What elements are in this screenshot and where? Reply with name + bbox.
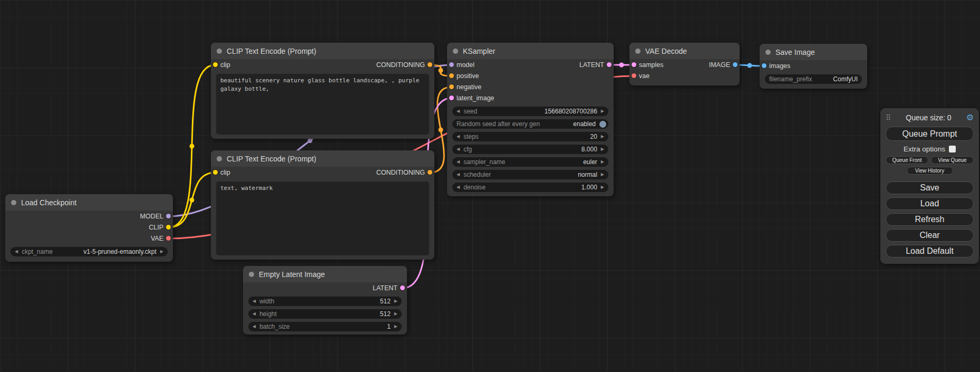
- node-title-label: CLIP Text Encode (Prompt): [227, 47, 316, 55]
- collapse-dot-icon[interactable]: [217, 156, 222, 161]
- collapse-dot-icon[interactable]: [11, 200, 16, 205]
- queue-front-button[interactable]: Queue Front: [886, 156, 928, 164]
- decrement-arrow-icon[interactable]: ◀: [457, 173, 460, 177]
- port-positive-input[interactable]: [449, 73, 454, 78]
- increment-arrow-icon[interactable]: ▶: [394, 312, 397, 316]
- output-label: LATENT: [579, 61, 604, 69]
- node-clip-text-encode-positive[interactable]: CLIP Text Encode (Prompt) clip CONDITION…: [211, 43, 434, 139]
- port-clip-output[interactable]: [166, 225, 171, 230]
- widget-value: 20: [590, 133, 597, 140]
- view-history-button[interactable]: View History: [907, 167, 953, 175]
- seed-widget[interactable]: ◀ seed 156680208700286 ▶: [452, 107, 608, 116]
- increment-arrow-icon[interactable]: ▶: [601, 185, 604, 189]
- port-model-input[interactable]: [449, 62, 454, 67]
- queue-prompt-button[interactable]: Queue Prompt: [886, 127, 974, 141]
- increment-arrow-icon[interactable]: ▶: [394, 325, 397, 329]
- toggle-knob[interactable]: [599, 121, 606, 128]
- port-conditioning-output[interactable]: [428, 170, 432, 175]
- decrement-arrow-icon[interactable]: ◀: [457, 147, 460, 151]
- increment-arrow-icon[interactable]: ▶: [601, 135, 604, 139]
- node-clip-text-encode-negative[interactable]: CLIP Text Encode (Prompt) clip CONDITION…: [211, 150, 434, 260]
- port-clip-input[interactable]: [213, 170, 218, 175]
- port-vae-input[interactable]: [632, 73, 636, 78]
- save-button[interactable]: Save: [886, 182, 974, 194]
- widget-value: 156680208700286: [545, 108, 597, 115]
- width-widget[interactable]: ◀ width 512 ▶: [248, 297, 402, 306]
- decrement-arrow-icon[interactable]: ◀: [253, 299, 256, 303]
- filename-prefix-widget[interactable]: filename_prefix ComfyUI: [765, 74, 862, 84]
- decrement-arrow-icon[interactable]: ◀: [253, 325, 256, 329]
- load-default-button[interactable]: Load Default: [886, 245, 974, 257]
- clear-button[interactable]: Clear: [886, 229, 974, 242]
- node-ksampler[interactable]: KSampler model LATENT positive negative …: [447, 43, 614, 196]
- increment-arrow-icon[interactable]: ▶: [601, 109, 604, 113]
- port-conditioning-output[interactable]: [428, 62, 432, 67]
- ckpt-name-widget[interactable]: ◀ ckpt_name v1-5-pruned-emaonly.ckpt ▶: [11, 247, 168, 256]
- sampler-name-widget[interactable]: ◀ sampler_name euler ▶: [452, 157, 608, 167]
- slot-row: images: [760, 60, 867, 71]
- node-load-checkpoint[interactable]: Load Checkpoint MODEL CLIP VAE ◀ ckpt_na…: [5, 194, 173, 262]
- port-samples-input[interactable]: [632, 62, 636, 67]
- port-images-input[interactable]: [762, 63, 766, 68]
- node-empty-latent-image[interactable]: Empty Latent Image LATENT ◀ width 512 ▶ …: [243, 266, 407, 335]
- increment-arrow-icon[interactable]: ▶: [601, 173, 604, 177]
- increment-arrow-icon[interactable]: ▶: [160, 250, 163, 254]
- port-vae-output[interactable]: [166, 236, 171, 241]
- scheduler-widget[interactable]: ◀ scheduler normal ▶: [452, 170, 608, 179]
- decrement-arrow-icon[interactable]: ◀: [457, 135, 460, 139]
- queue-size-label: Queue size: 0: [891, 113, 966, 122]
- random-seed-toggle-widget[interactable]: Random seed after every gen enabled: [452, 119, 608, 129]
- decrement-arrow-icon[interactable]: ◀: [15, 250, 18, 254]
- extra-options-checkbox[interactable]: [949, 146, 956, 152]
- decrement-arrow-icon[interactable]: ◀: [457, 160, 460, 164]
- port-latent-output[interactable]: [607, 62, 612, 67]
- prompt-textarea[interactable]: text, watermark: [216, 182, 429, 255]
- denoise-widget[interactable]: ◀ denoise 1.000 ▶: [452, 183, 608, 192]
- input-label: images: [769, 62, 790, 70]
- collapse-dot-icon[interactable]: [217, 49, 222, 54]
- load-button[interactable]: Load: [886, 197, 974, 210]
- decrement-arrow-icon[interactable]: ◀: [253, 312, 256, 316]
- view-queue-button[interactable]: View Queue: [931, 156, 974, 164]
- collapse-dot-icon[interactable]: [635, 49, 641, 54]
- link-midpoint-dot: [439, 68, 443, 73]
- port-image-output[interactable]: [733, 62, 738, 67]
- link-midpoint-dot: [748, 63, 752, 68]
- decrement-arrow-icon[interactable]: ◀: [457, 185, 460, 189]
- decrement-arrow-icon[interactable]: ◀: [457, 109, 460, 113]
- increment-arrow-icon[interactable]: ▶: [394, 299, 397, 303]
- widget-label: filename_prefix: [769, 75, 812, 83]
- node-title-label: KSampler: [463, 47, 495, 55]
- output-label: CLIP: [149, 224, 163, 231]
- port-clip-input[interactable]: [213, 62, 218, 67]
- port-model-output[interactable]: [166, 214, 171, 218]
- output-label: MODEL: [140, 213, 163, 220]
- port-latent-image-input[interactable]: [449, 96, 454, 100]
- slot-row: LATENT: [243, 282, 407, 293]
- slot-row: CLIP: [5, 222, 173, 233]
- widget-value: 512: [380, 310, 391, 318]
- collapse-dot-icon[interactable]: [249, 272, 254, 277]
- node-title-bar: Empty Latent Image: [243, 266, 407, 282]
- node-save-image[interactable]: Save Image images filename_prefix ComfyU…: [760, 44, 867, 89]
- node-graph-canvas[interactable]: Load Checkpoint MODEL CLIP VAE ◀ ckpt_na…: [0, 0, 980, 372]
- batch-size-widget[interactable]: ◀ batch_size 1 ▶: [248, 322, 402, 331]
- node-title-bar: CLIP Text Encode (Prompt): [211, 150, 434, 167]
- port-latent-output[interactable]: [400, 285, 405, 290]
- port-negative-input[interactable]: [449, 84, 454, 89]
- increment-arrow-icon[interactable]: ▶: [601, 160, 604, 164]
- height-widget[interactable]: ◀ height 512 ▶: [248, 309, 402, 319]
- output-label: IMAGE: [709, 61, 730, 69]
- queue-panel: ⠿ Queue size: 0 ⚙ Queue Prompt Extra opt…: [880, 108, 979, 264]
- cfg-widget[interactable]: ◀ cfg 8.000 ▶: [452, 145, 608, 154]
- steps-widget[interactable]: ◀ steps 20 ▶: [452, 132, 608, 141]
- collapse-dot-icon[interactable]: [765, 50, 771, 55]
- collapse-dot-icon[interactable]: [453, 49, 458, 54]
- input-label: model: [457, 61, 474, 69]
- increment-arrow-icon[interactable]: ▶: [601, 147, 604, 151]
- prompt-textarea[interactable]: beautiful scenery nature glass bottle la…: [216, 74, 429, 135]
- node-vae-decode[interactable]: VAE Decode samples IMAGE vae: [629, 43, 740, 85]
- settings-gear-icon[interactable]: ⚙: [966, 113, 974, 122]
- refresh-button[interactable]: Refresh: [886, 213, 974, 226]
- drag-handle-icon[interactable]: ⠿: [886, 114, 891, 121]
